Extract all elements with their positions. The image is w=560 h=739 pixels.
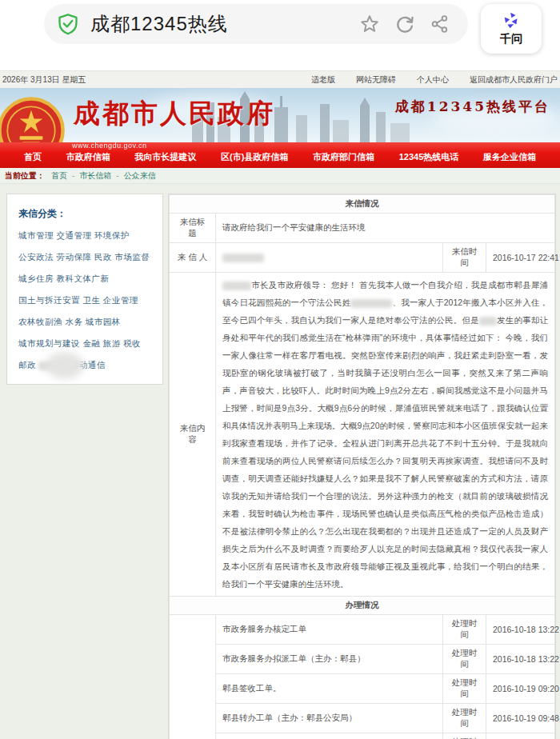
processing-dept-label: 处理部门 [170,615,216,739]
redacted-text [479,317,497,326]
letter-detail-panel: 来信情况 来信标题 请政府给我们一个平安健康的生活环境 来 信 人 来信时间 2… [168,194,556,739]
processing-time: 2016-10-18 13:22 [486,615,555,645]
processing-desc: 市政务服务办核定工单 [216,615,443,645]
sidebar-title: 来信分类： [18,207,153,221]
processing-time-label: 处理时间 [443,674,486,704]
category-row[interactable]: 公安政法 劳动保障 民政 市场监督 [18,252,153,263]
nav-item-suggest-to-mayor[interactable]: 我向市长提建议 [134,151,196,163]
processing-time-label: 处理时间 [443,615,486,645]
table-row: 来信标题 请政府给我们一个平安健康的生活环境 [170,214,555,243]
category-postal[interactable]: 邮政 [18,360,36,370]
processing-time-label: 处理时间 [443,704,486,733]
category-row[interactable]: 城市规划与建设 金融 旅游 税收 [18,338,153,350]
category-row[interactable]: 邮政 移动通信 [18,360,153,371]
table-row: 来 信 人 来信时间 2016-10-17 22:41 [170,243,555,273]
site-banner: 成都市人民政府 成都12345热线平台 [0,88,560,142]
letter-time-label: 来信时间 [443,243,486,273]
sender-value-redacted [216,243,443,273]
url-text[interactable]: 成都12345热线 [90,11,359,37]
address-bar[interactable]: 成都12345热线 [44,4,468,44]
breadcrumb-separator: - [72,171,74,180]
nav-item-department-mailbox[interactable]: 市政府部门信箱 [313,151,374,163]
processing-time: 2016-10-19 09:48 [486,704,555,733]
processing-desc: 郫县转办工单（主办：郫县公安局） [216,704,443,733]
nav-item-enterprise-mailbox[interactable]: 服务企业信箱 [483,151,536,163]
category-row[interactable]: 农林牧副渔 水务 城市园林 [18,317,153,328]
table-row: 郫县签收工单。 处理时间 2016-10-19 09:20 [170,674,555,704]
sender-label: 来 信 人 [170,243,216,273]
redacted-text [350,299,392,308]
browser-bar: 成都12345热线 [0,0,560,70]
qianwen-logo-icon [501,11,522,30]
letter-content-label: 来信内容 [170,273,216,597]
processing-desc: 郫县签收工单。 [216,674,443,704]
site-url: www.chengdu.gov.cn [72,142,146,150]
processing-time-label: 处理时间 [443,733,486,739]
nav-item-mayor-mailbox[interactable]: 市政府信箱 [66,151,110,163]
breadcrumb-public-letters[interactable]: 公众来信 [124,170,156,182]
processing-time: 2016-10-19 09:20 [486,674,555,704]
qianwen-assistant-button[interactable]: 千问 [481,4,542,54]
shield-check-icon [57,13,79,35]
main-nav: www.chengdu.gov.cn 首页 市政府信箱 我向市长提建议 区(市)… [0,142,560,168]
letter-time-value: 2016-10-17 22:41 [486,243,555,273]
processing-time: 2016-10-18 13:22 [486,645,555,674]
link-personal-center[interactable]: 个人中心 [417,74,449,86]
breadcrumb-separator: - [116,171,118,180]
address-bar-actions [359,14,450,34]
section-letter-info: 来信情况 [170,195,555,214]
platform-name: 成都12345热线平台 [395,98,550,116]
page: 成都12345热线 [0,0,560,739]
link-back-to-portal[interactable]: 返回成都市人民政府门户 [470,74,558,86]
nav-item-district-mailbox[interactable]: 区(市)县政府信箱 [221,151,288,163]
utility-links: 适老版 网站无障碍 个人中心 返回成都市人民政府门户 [311,74,558,86]
breadcrumb-mayor-mailbox[interactable]: 市长信箱 [79,170,111,182]
letter-content: 市长及市政府领导： 您好！ 首先我本人做一个自我介绍，我是成都市郫县犀浦镇今日花… [216,273,555,597]
share-icon[interactable] [430,14,450,34]
star-icon[interactable] [359,14,380,34]
table-row: 郫县转办工单（主办：郫县公安局） 处理时间 2016-10-19 09:48 [170,704,555,733]
breadcrumb: 当前位置： 首页 - 市长信箱 - 公众来信 [0,168,560,184]
breadcrumb-label: 当前位置： [5,170,45,182]
refresh-icon[interactable] [394,14,415,34]
national-emblem-icon [0,94,67,142]
nav-item-hotline-phone[interactable]: 12345热线电话 [399,151,459,163]
category-row[interactable]: 国土与拆迁安置 卫生 企业管理 [18,295,153,306]
qianwen-label: 千问 [500,32,522,46]
table-row: 郫县公安局签收工单。 处理时间 2016-10-19 11:04 [170,733,555,739]
current-date: 2026年 3月13日 星期五 [2,74,86,86]
page-body: 来信分类： 城市管理 交通管理 环境保护 公安政法 劳动保障 民政 市场监督 城… [0,184,560,739]
letter-title-value: 请政府给我们一个平安健康的生活环境 [216,214,555,243]
processing-time: 2016-10-19 11:04 [486,733,555,739]
section-processing: 办理情况 [170,597,555,615]
letter-title-label: 来信标题 [170,214,216,243]
utility-bar: 2026年 3月13日 星期五 适老版 网站无障碍 个人中心 返回成都市人民政府… [0,70,560,88]
processing-desc: 郫县公安局签收工单。 [216,733,443,739]
redacted-text [222,282,251,290]
nav-item-home[interactable]: 首页 [24,151,42,163]
table-row: 来信内容 市长及市政府领导： 您好！ 首先我本人做一个自我介绍，我是成都市郫县犀… [170,273,555,597]
breadcrumb-home[interactable]: 首页 [51,170,67,182]
table-row: 处理部门 市政务服务办核定工单 处理时间 2016-10-18 13:22 [170,615,555,645]
blur-watermark [46,352,84,379]
link-accessibility[interactable]: 网站无障碍 [356,74,396,86]
table-row: 市政务服务办拟派工单（主办：郫县） 处理时间 2016-10-18 13:22 [170,645,555,674]
processing-time-label: 处理时间 [443,645,486,674]
letter-table: 来信情况 来信标题 请政府给我们一个平安健康的生活环境 来 信 人 来信时间 2… [169,194,555,739]
category-row[interactable]: 城乡住房 教科文体广新 [18,274,153,285]
category-row[interactable]: 城市管理 交通管理 环境保护 [18,230,153,242]
link-elder-version[interactable]: 适老版 [311,74,335,86]
site-name: 成都市人民政府 [74,96,275,132]
sidebar-letter-categories: 来信分类： 城市管理 交通管理 环境保护 公安政法 劳动保障 民政 市场监督 城… [6,194,163,385]
processing-desc: 市政务服务办拟派工单（主办：郫县） [216,645,443,674]
